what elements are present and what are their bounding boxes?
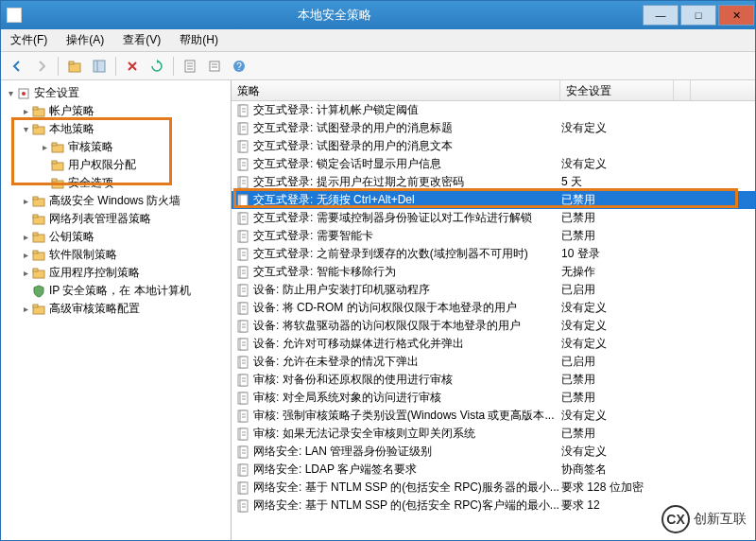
svg-rect-73: [240, 464, 248, 476]
expand-icon[interactable]: ▸: [20, 196, 31, 206]
svg-rect-37: [240, 141, 248, 152]
expand-icon[interactable]: ▸: [20, 304, 31, 314]
tree-item[interactable]: ▸帐户策略: [1, 102, 231, 120]
policy-item-icon: [235, 498, 250, 514]
policy-row[interactable]: 交互式登录: 需要智能卡已禁用: [232, 227, 755, 245]
policy-row[interactable]: 交互式登录: 需要域控制器身份验证以对工作站进行解锁已禁用: [232, 209, 755, 227]
policy-row[interactable]: 审核: 对全局系统对象的访问进行审核已禁用: [232, 389, 755, 407]
help-button[interactable]: ?: [229, 56, 249, 77]
policy-row[interactable]: 交互式登录: 提示用户在过期之前更改密码5 天: [232, 173, 755, 191]
properties-button[interactable]: [204, 56, 225, 77]
expand-icon[interactable]: ▸: [20, 250, 31, 260]
folder-icon: [31, 212, 46, 227]
svg-rect-65: [240, 393, 248, 404]
policy-row[interactable]: 网络安全: LDAP 客户端签名要求协商签名: [232, 461, 755, 479]
tree-item[interactable]: IP 安全策略，在 本地计算机: [1, 282, 231, 300]
policy-row[interactable]: 设备: 防止用户安装打印机驱动程序已启用: [232, 281, 755, 299]
tree-item[interactable]: ▸软件限制策略: [1, 246, 231, 264]
menu-action[interactable]: 操作(A): [57, 32, 113, 48]
expand-icon[interactable]: ▸: [20, 268, 31, 278]
policy-row[interactable]: 设备: 将 CD-ROM 的访问权限仅限于本地登录的用户没有定义: [232, 299, 755, 317]
tree-item[interactable]: ▸应用程序控制策略: [1, 264, 231, 282]
policy-row[interactable]: 网络安全: 基于 NTLM SSP 的(包括安全 RPC)服务器的最小...要求…: [232, 479, 755, 497]
policy-row[interactable]: 审核: 强制审核策略子类别设置(Windows Vista 或更高版本...没有…: [232, 407, 755, 425]
policy-row[interactable]: 交互式登录: 智能卡移除行为无操作: [232, 263, 755, 281]
policy-item-icon: [235, 121, 250, 136]
policy-item-icon: [235, 301, 250, 316]
policy-row[interactable]: 设备: 允许对可移动媒体进行格式化并弹出没有定义: [232, 335, 755, 353]
back-button[interactable]: [7, 56, 27, 77]
svg-rect-53: [240, 285, 248, 296]
policy-name: 网络安全: 基于 NTLM SSP 的(包括安全 RPC)客户端的最小...: [253, 497, 561, 514]
policy-setting: 已禁用: [561, 192, 703, 208]
tree-item[interactable]: ▸高级安全 Windows 防火墙: [1, 192, 231, 210]
expand-icon[interactable]: ▸: [20, 232, 31, 242]
list-body[interactable]: 交互式登录: 计算机帐户锁定阈值交互式登录: 试图登录的用户的消息标题没有定义交…: [232, 101, 755, 540]
maximize-button[interactable]: □: [680, 5, 716, 26]
close-button[interactable]: ✕: [718, 5, 754, 26]
svg-rect-17: [52, 161, 57, 164]
tree-item-label: 软件限制策略: [49, 247, 117, 263]
menu-help[interactable]: 帮助(H): [170, 32, 228, 48]
tree-root-label: 安全设置: [34, 85, 79, 101]
list-header: 策略 安全设置: [232, 80, 755, 101]
policy-name: 交互式登录: 计算机帐户锁定阈值: [253, 102, 561, 118]
tree-item[interactable]: ▸公钥策略: [1, 228, 231, 246]
policy-item-icon: [235, 337, 250, 352]
policy-row[interactable]: 网络安全: LAN 管理器身份验证级别没有定义: [232, 443, 755, 461]
tree-panel[interactable]: ▾ 安全设置 ▸帐户策略▾本地策略▸审核策略用户权限分配安全选项▸高级安全 Wi…: [1, 80, 232, 540]
tree-item[interactable]: ▸高级审核策略配置: [1, 300, 231, 318]
policy-row[interactable]: 交互式登录: 之前登录到缓存的次数(域控制器不可用时)10 登录: [232, 245, 755, 263]
policy-row[interactable]: 审核: 对备份和还原权限的使用进行审核已禁用: [232, 371, 755, 389]
tree-item[interactable]: 网络列表管理器策略: [1, 210, 231, 228]
svg-rect-63: [240, 375, 248, 386]
policy-row[interactable]: 设备: 将软盘驱动器的访问权限仅限于本地登录的用户没有定义: [232, 317, 755, 335]
tree-item[interactable]: ▾本地策略: [1, 120, 231, 138]
col-setting[interactable]: 安全设置: [560, 80, 674, 100]
tree-root[interactable]: ▾ 安全设置: [1, 84, 231, 102]
policy-row[interactable]: 审核: 如果无法记录安全审核则立即关闭系统已禁用: [232, 425, 755, 443]
svg-rect-67: [240, 410, 248, 422]
svg-rect-25: [33, 233, 38, 236]
policy-item-icon: [235, 391, 250, 406]
forward-button[interactable]: [31, 56, 52, 77]
export-button[interactable]: [180, 56, 200, 77]
expand-icon[interactable]: ▸: [20, 106, 31, 116]
tree-item[interactable]: 安全选项: [1, 174, 231, 192]
svg-rect-27: [33, 251, 38, 253]
refresh-button[interactable]: [146, 56, 167, 77]
policy-row[interactable]: 交互式登录: 计算机帐户锁定阈值: [232, 101, 755, 119]
expand-icon[interactable]: ▸: [39, 142, 50, 152]
policy-row[interactable]: 交互式登录: 无须按 Ctrl+Alt+Del已禁用: [232, 191, 755, 209]
policy-setting: 没有定义: [561, 408, 703, 424]
tree-item[interactable]: ▸审核策略: [1, 138, 231, 156]
policy-setting: 要求 128 位加密: [561, 480, 703, 496]
titlebar[interactable]: 本地安全策略 — □ ✕: [1, 1, 755, 29]
policy-setting: 无操作: [561, 264, 703, 280]
tree-item-label: 高级安全 Windows 防火墙: [49, 193, 180, 209]
minimize-button[interactable]: —: [643, 5, 679, 26]
up-button[interactable]: [64, 56, 85, 77]
policy-name: 设备: 允许在未登录的情况下弹出: [253, 354, 561, 370]
policy-row[interactable]: 交互式登录: 试图登录的用户的消息标题没有定义: [232, 119, 755, 137]
folder-icon: [31, 248, 46, 263]
policy-name: 交互式登录: 锁定会话时显示用户信息: [253, 156, 561, 172]
svg-rect-19: [52, 179, 57, 182]
toolbar: ?: [1, 52, 755, 80]
policy-row[interactable]: 设备: 允许在未登录的情况下弹出已启用: [232, 353, 755, 371]
policy-row[interactable]: 交互式登录: 试图登录的用户的消息文本: [232, 137, 755, 155]
policy-name: 网络安全: LAN 管理器身份验证级别: [253, 444, 561, 460]
menu-view[interactable]: 查看(V): [113, 32, 170, 48]
col-policy[interactable]: 策略: [232, 80, 560, 100]
policy-name: 审核: 对全局系统对象的访问进行审核: [253, 390, 561, 406]
delete-button[interactable]: [122, 56, 143, 77]
svg-rect-69: [240, 428, 248, 440]
policy-setting: 协商签名: [561, 462, 703, 478]
menu-file[interactable]: 文件(F): [1, 32, 57, 48]
collapse-icon[interactable]: ▾: [5, 88, 16, 98]
tree-item-label: IP 安全策略，在 本地计算机: [49, 283, 191, 299]
show-tree-button[interactable]: [89, 56, 110, 77]
collapse-icon[interactable]: ▾: [20, 124, 31, 134]
policy-row[interactable]: 交互式登录: 锁定会话时显示用户信息没有定义: [232, 155, 755, 173]
tree-item[interactable]: 用户权限分配: [1, 156, 231, 174]
